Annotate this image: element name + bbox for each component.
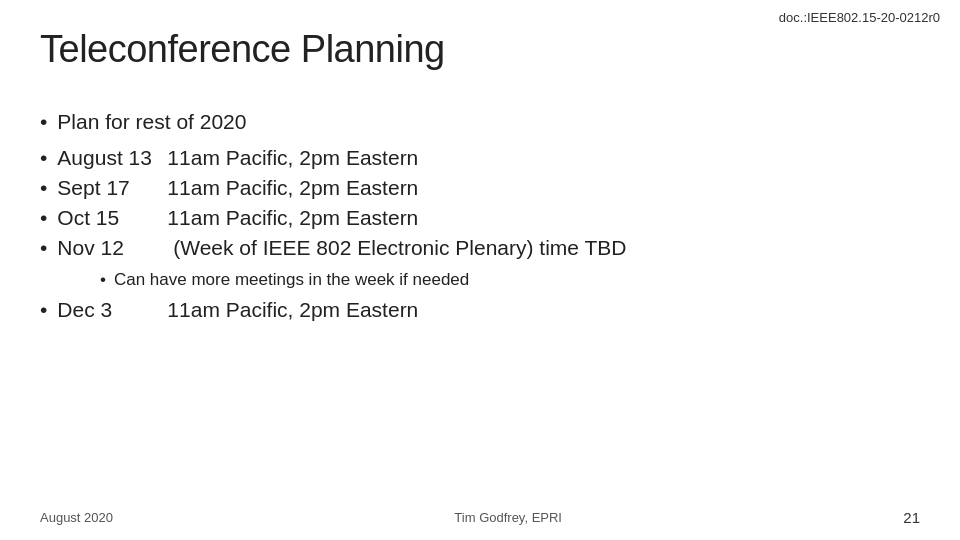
footer-page: 21 (903, 509, 920, 526)
meeting-item-1: Sept 17 11am Pacific, 2pm Eastern (40, 176, 920, 200)
section-header-item: Plan for rest of 2020 (40, 110, 920, 134)
slide-content: Plan for rest of 2020 August 13 11am Pac… (40, 110, 920, 332)
meeting-item-0: August 13 11am Pacific, 2pm Eastern (40, 146, 920, 170)
doc-reference: doc.:IEEE802.15-20-0212r0 (779, 10, 940, 25)
nov-sub-bullet: Can have more meetings in the week if ne… (100, 270, 920, 290)
meeting-item-2: Oct 15 11am Pacific, 2pm Eastern (40, 206, 920, 230)
dec-item: Dec 3 11am Pacific, 2pm Eastern (40, 298, 920, 322)
slide-title: Teleconference Planning (40, 28, 445, 71)
slide-footer: August 2020 Tim Godfrey, EPRI 21 (40, 509, 920, 526)
footer-left: August 2020 (40, 510, 113, 525)
meeting-item-3: Nov 12 (Week of IEEE 802 Electronic Plen… (40, 236, 920, 260)
footer-center: Tim Godfrey, EPRI (454, 510, 562, 525)
